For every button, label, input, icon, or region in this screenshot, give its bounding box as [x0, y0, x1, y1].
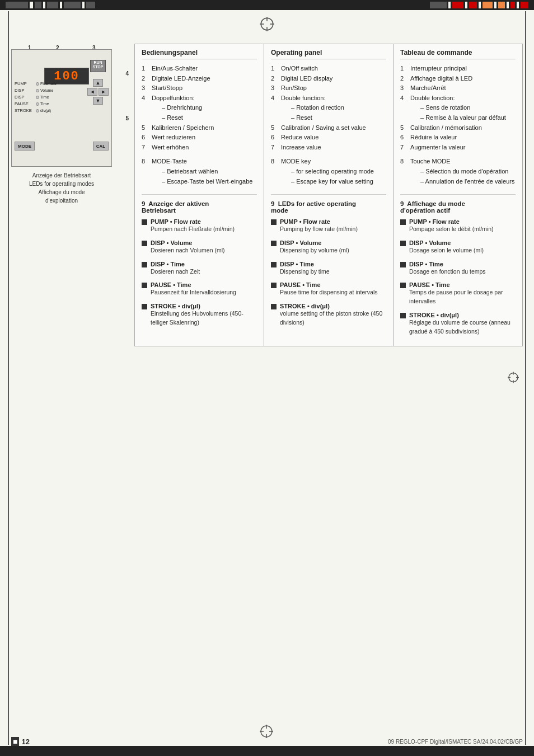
mode-button[interactable]: MODE: [15, 142, 35, 151]
item-text: Calibration / Saving a set value: [281, 123, 366, 133]
item-text: Start/Stopp: [152, 83, 182, 93]
mode-item-stroke-en: STROKE • div(μl) volume setting of the p…: [271, 303, 386, 327]
mode-desc: Pause time for dispensing at intervals: [280, 288, 386, 297]
item-num: 8: [400, 157, 408, 167]
panel-german: Bedienungspanel 1Ein/Aus-Schalter 2Digit…: [134, 44, 264, 346]
mode-row-disp-time: DISP Time: [15, 94, 57, 101]
disp-time-text: Time: [40, 94, 49, 100]
mode-title: STROKE • div(μl): [409, 312, 516, 318]
mode-desc: Einstellung des Hubvolumens (450-teilige…: [151, 309, 257, 327]
bullet-icon: [271, 262, 277, 267]
run-stop-button[interactable]: RUN STOP: [90, 60, 106, 72]
pump-flow-text: Flow rate: [40, 81, 57, 87]
mode-item-stroke-de: STROKE • div(μl) Einstellung des Hubvolu…: [142, 303, 257, 327]
list-item: 8MODE key: [271, 157, 386, 167]
section9-german-title: 9 Anzeige der aktivenBetriebsart: [142, 194, 257, 214]
caption-line-4: d'exploitation: [11, 196, 112, 205]
disp-vol-text: Volume: [40, 87, 53, 93]
list-item: 1Ein/Aus-Schalter: [142, 64, 257, 74]
item-num: 8: [271, 157, 279, 167]
bullet-icon: [142, 304, 147, 309]
pause-led: [36, 102, 39, 106]
item-num: 3: [400, 83, 408, 93]
item-text: Increase value: [281, 143, 321, 153]
mode-item-pump-fr: PUMP • Flow rate Pompage selon le débit …: [400, 218, 516, 234]
bottom-bar: [0, 746, 534, 756]
mode-title: PUMP • Flow rate: [280, 218, 386, 225]
arrow-right-button[interactable]: ►: [99, 88, 109, 96]
mode-content: DISP • Volume Dosage selon le volume (ml…: [409, 240, 516, 255]
panel-german-list: 1Ein/Aus-Schalter 2Digitale LED-Anzeige …: [142, 64, 257, 186]
ann-4: 4: [125, 71, 129, 77]
footer-reference: 09 REGLO-CPF Digital/ISMATEC SA/24.04.02…: [388, 739, 523, 745]
mode-content: STROKE • div(μl) Einstellung des Hubvolu…: [151, 303, 257, 327]
item-text: MODE-Taste: [152, 157, 187, 167]
crosshair-top-icon: [259, 16, 275, 32]
list-item: 7Wert erhöhen: [142, 143, 257, 153]
list-item: – Drehrichtung: [142, 103, 257, 113]
item-num: [271, 103, 279, 113]
arrow-up-button[interactable]: ▲: [93, 79, 103, 87]
page-num-square: ■: [11, 737, 19, 746]
mode-item-disp-time-fr: DISP • Time Dosage en fonction du temps: [400, 261, 516, 276]
top-bar-left-pattern: [0, 2, 95, 8]
list-item: 6Wert reduzieren: [142, 133, 257, 143]
item-num: [142, 167, 149, 177]
mode-item-disp-time-en: DISP • Time Dispensing by time: [271, 261, 386, 276]
item-num: [271, 113, 279, 123]
caption-line-2: LEDs for operating modes: [11, 180, 112, 188]
mode-content: DISP • Volume Dispensing by volume (ml): [280, 240, 386, 255]
bar-seg-r13: [521, 2, 528, 8]
mode-item-pump-de: PUMP • Flow rate Pumpen nach Fließrate (…: [142, 218, 257, 234]
list-item: 6Reduce value: [271, 133, 386, 143]
mode-content: PUMP • Flow rate Pompage selon le débit …: [409, 218, 516, 234]
panel-english-list: 1On/Off switch 2Digital LED display 3Run…: [271, 64, 386, 186]
crosshair-bottom-icon: [259, 724, 275, 740]
item-text: – Reset: [152, 113, 183, 123]
item-num: [142, 113, 149, 123]
bar-seg-2: [30, 2, 33, 8]
item-text: Marche/Arrêt: [410, 83, 446, 93]
panel-french-list: 1Interrupteur principal 2Affichage digit…: [400, 64, 516, 186]
mode-title: PAUSE • Time: [409, 281, 516, 288]
mode-row-pump: PUMP Flow rate: [15, 81, 57, 87]
item-num: 1: [271, 64, 279, 74]
item-num: [271, 177, 279, 187]
bullet-icon: [400, 313, 406, 318]
stop-label: STOP: [91, 65, 105, 69]
section9-english-title: 9 LEDs for active operatingmode: [271, 194, 386, 214]
disp-text-1: DISP: [15, 87, 35, 94]
mode-section-german: PUMP • Flow rate Pumpen nach Fließrate (…: [142, 218, 257, 327]
bar-seg-5: [47, 2, 58, 8]
item-num: 2: [400, 74, 408, 84]
section9-french-title: 9 Affichage du moded'opération actif: [400, 194, 516, 214]
arrow-lr-row: ◄ ►: [87, 88, 109, 96]
arrow-down-button[interactable]: ▼: [93, 97, 103, 105]
bar-seg-7: [64, 2, 81, 8]
item-text: Run/Stop: [281, 83, 307, 93]
mode-item-pump-en: PUMP • Flow rate Pumping by flow rate (m…: [271, 218, 386, 234]
caption-line-3: Affichage du mode: [11, 188, 112, 196]
top-bar-right-pattern: [430, 2, 534, 8]
item-text: – Annulation de l'entrée de valeurs: [410, 177, 514, 187]
bar-seg-r11: [510, 2, 515, 8]
mode-title: DISP • Volume: [151, 240, 257, 246]
mode-desc: Dosieren nach Zeit: [151, 267, 257, 276]
item-text: MODE key: [281, 157, 311, 167]
top-bar: [0, 0, 534, 10]
mode-content: PAUSE • Time Temps de pause pour le dosa…: [409, 281, 516, 306]
mode-content: STROKE • div(μl) volume setting of the p…: [280, 303, 386, 327]
mode-row-disp-vol: DISP Volume: [15, 87, 57, 94]
arrow-left-button[interactable]: ◄: [87, 88, 97, 96]
cal-button[interactable]: CAL: [93, 142, 109, 151]
bar-seg-4: [43, 2, 45, 8]
list-item: – Remise à la valeur par défaut: [400, 113, 516, 123]
mode-desc: Pausenzeit für Intervalldosierung: [151, 288, 257, 297]
item-num: 7: [400, 143, 408, 153]
bar-seg-r9: [498, 2, 505, 8]
item-num: 4: [271, 93, 279, 104]
item-num: [142, 103, 149, 113]
bar-seg-r12: [517, 2, 519, 8]
bar-seg-r3: [452, 2, 463, 8]
list-item: 4Doppelfunktion:: [142, 93, 257, 104]
